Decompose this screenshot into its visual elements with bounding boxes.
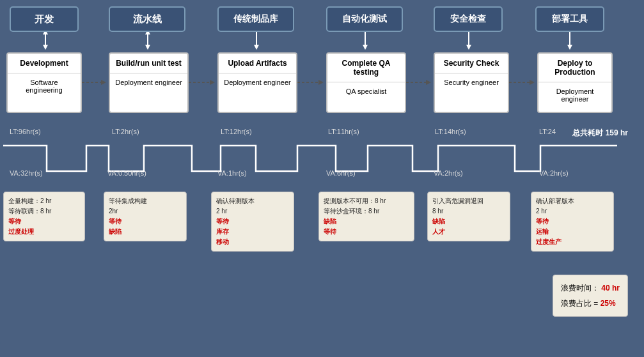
connector-4-5	[406, 79, 434, 86]
category-pipeline: 流水线	[109, 6, 185, 32]
summary-panel: 浪费时间： 40 hr 浪费占比 = 25%	[553, 275, 628, 317]
svg-marker-21	[318, 80, 324, 85]
svg-marker-5	[145, 45, 150, 50]
connector-1-2	[82, 79, 109, 86]
va-4: VA:6hr(s)	[326, 169, 356, 177]
svg-marker-7	[145, 32, 150, 34]
va-5: VA:2hr(s)	[434, 169, 463, 177]
svg-marker-19	[210, 80, 215, 85]
category-security: 安全检查	[434, 6, 503, 32]
waste-box-3: 确认待测版本 2 hr 等待 库存 移动	[211, 192, 294, 252]
process-box-build: Build/run unit test Deployment engineer	[109, 52, 189, 113]
process-box-security: Security Check Security engineer	[434, 52, 509, 113]
arrow-deploy-tool	[565, 32, 575, 51]
arrow-pipeline	[143, 32, 153, 51]
category-deploy: 部署工具	[535, 6, 604, 32]
waste-box-5: 引入高危漏洞退回 8 hr 缺陷 人才	[427, 192, 510, 241]
arrow-artifact	[251, 32, 262, 51]
lt-1: LT:96hr(s)	[10, 128, 41, 135]
process-title-qa: Complete QA testing	[327, 54, 405, 82]
process-role-build: Deployment engineer	[110, 73, 187, 91]
va-3: VA:1hr(s)	[217, 169, 247, 177]
total-lt: 总共耗时 159 hr	[572, 128, 628, 139]
connector-3-4	[297, 79, 326, 86]
va-1: VA:32hr(s)	[10, 169, 43, 177]
process-box-deploy: Deploy to Production Deployment engineer	[537, 52, 613, 113]
process-title-build: Build/run unit test	[110, 54, 187, 73]
category-artifact: 传统制品库	[217, 6, 294, 32]
arrow-security	[464, 32, 474, 51]
svg-marker-9	[254, 45, 259, 50]
svg-marker-1	[43, 45, 48, 50]
lt-4: LT:11hr(s)	[328, 128, 359, 135]
value-stream-map: 开发 流水线 传统制品库 自动化测试 安全检查 部署工具	[0, 0, 631, 344]
process-title-upload: Upload Artifacts	[219, 54, 296, 73]
waste-box-1: 全量构建：2 hr 等待联调：8 hr 等待 过度处理	[3, 192, 85, 241]
lt-2: LT:2hr(s)	[112, 128, 139, 135]
svg-marker-17	[101, 80, 106, 85]
process-title-security: Security Check	[435, 54, 508, 73]
lt-5: LT:14hr(s)	[435, 128, 466, 135]
category-dev: 开发	[10, 6, 79, 32]
process-title-development: Development	[8, 54, 81, 73]
process-role-upload: Deployment engineer	[219, 73, 296, 91]
process-role-qa: QA specialist	[327, 82, 405, 100]
process-role-security: Security engineer	[435, 73, 508, 91]
process-title-deploy: Deploy to Production	[538, 54, 611, 82]
category-autotest: 自动化测试	[326, 6, 403, 32]
process-role-deploy: Deployment engineer	[538, 82, 611, 108]
va-6: VA:2hr(s)	[539, 169, 569, 177]
arrow-autotest	[360, 32, 370, 51]
svg-marker-13	[466, 45, 471, 50]
process-role-development: Software engineering	[8, 73, 81, 99]
connector-5-6	[509, 79, 537, 86]
waste-box-6: 确认部署版本 2 hr 等待 运输 过度生产	[531, 192, 614, 252]
waste-box-2: 等待集成构建 2hr 等待 缺陷	[104, 192, 187, 241]
connector-2-3	[189, 79, 217, 86]
process-box-development: Development Software engineering	[6, 52, 82, 113]
waste-box-4: 提测版本不可用：8 hr 等待沙盒环境：8 hr 缺陷 等待	[318, 192, 414, 241]
lt-3: LT:12hr(s)	[221, 128, 252, 135]
process-box-qa: Complete QA testing QA specialist	[326, 52, 406, 113]
svg-marker-11	[363, 45, 368, 50]
va-2: VA:0.50hr(s)	[107, 169, 146, 177]
svg-marker-3	[43, 32, 48, 34]
lt-6: LT:24	[539, 128, 556, 135]
svg-marker-23	[426, 80, 431, 85]
svg-marker-15	[567, 45, 572, 50]
arrow-dev	[40, 32, 51, 51]
svg-marker-25	[530, 80, 535, 85]
process-box-upload: Upload Artifacts Deployment engineer	[217, 52, 297, 113]
timeline-zigzag	[3, 139, 627, 184]
